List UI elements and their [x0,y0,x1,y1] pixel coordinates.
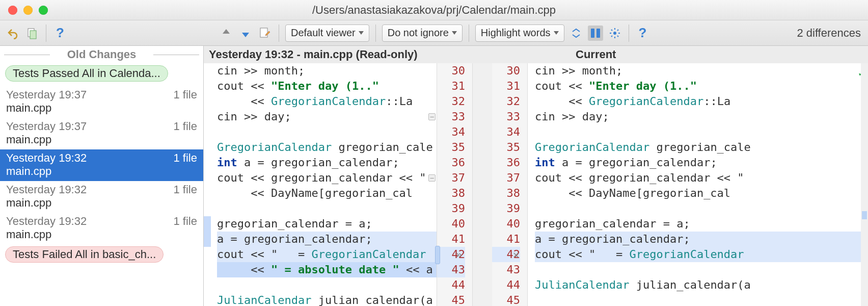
line-number: 44 [492,277,520,293]
code-line [535,262,868,277]
entry-time: Yesterday 19:32 [6,215,87,228]
code-line: gregorian_calendar = a; [217,216,437,232]
entry-filecount: 1 file [174,88,197,101]
toolbar: ? Default viewer Do not ignore Highlight… [0,20,868,46]
line-number: 39 [437,201,465,216]
line-number: 45 [437,293,465,306]
code-line: cout << "Enter day (1.." [217,79,437,94]
code-line: cout << gregorian_calendar << " [217,170,437,186]
code-line: JulianCalendar julian_calendar(a [535,277,868,293]
entry-filecount: 1 file [174,120,197,133]
svg-rect-3 [591,29,594,38]
ignore-dropdown-label: Do not ignore [388,27,449,39]
prev-diff-icon[interactable] [219,26,234,41]
sync-scroll-icon[interactable] [588,26,603,41]
history-entry[interactable]: Yesterday 19:371 filemain.cpp [0,118,203,149]
code-line: << GregorianCalendar::La [535,94,868,109]
line-number: 31 [437,79,465,94]
entry-time: Yesterday 19:32 [6,183,87,196]
history-entry[interactable]: Yesterday 19:321 filemain.cpp [0,213,203,244]
right-gutter: 30313233343536373839404142434445 [492,63,528,306]
line-number: 37 [437,170,465,186]
line-number: 40 [437,216,465,232]
left-gutter: 30313233343536373839404142434445 [437,63,473,306]
code-line [217,201,437,216]
right-code-pane[interactable]: ✓ cin >> month;cout << "Enter day (1.." … [528,63,868,306]
help-icon[interactable]: ? [52,26,68,41]
tests-failed-pill[interactable]: Tests Failed All in basic_ch... [5,246,164,263]
tests-passed-pill[interactable]: Tests Passed All in Calenda... [5,65,168,82]
edit-source-icon[interactable] [257,26,273,41]
ignore-dropdown[interactable]: Do not ignore [382,24,463,42]
code-line: a = gregorian_calendar; [217,232,437,247]
gear-icon[interactable] [607,26,622,41]
change-handle[interactable] [435,246,440,264]
revert-icon[interactable] [5,26,20,41]
history-entry[interactable]: Yesterday 19:321 filemain.cpp [0,149,203,181]
diff-count-label: 2 differences [797,27,861,40]
left-pane-header: Yesterday 19:32 - main.cpp (Read-only) [209,48,509,61]
chevron-down-icon [452,31,457,35]
code-line: a = gregorian_calendar; [535,232,868,247]
line-number: 41 [437,232,465,247]
entry-time: Yesterday 19:32 [6,151,87,165]
line-number: 30 [437,63,465,79]
fold-handle-icon[interactable]: – [428,174,436,182]
line-number: 32 [437,94,465,109]
right-pane-header: Current [576,48,616,61]
create-patch-icon[interactable] [24,26,40,41]
help-icon[interactable]: ? [635,26,650,41]
line-number: 36 [437,155,465,170]
history-entry[interactable]: Yesterday 19:371 filemain.cpp [0,86,203,118]
code-line: << GregorianCalendar::La [217,94,437,109]
entry-filename: main.cpp [6,133,197,146]
mid-gutter [473,63,492,306]
apply-right-icon[interactable]: » [456,247,462,262]
change-marker [204,216,211,247]
history-entry[interactable]: Yesterday 19:321 filemain.cpp [0,181,203,213]
sidebar-header: Old Changes [0,46,203,63]
diff-area: Yesterday 19:32 - main.cpp (Read-only) C… [204,46,868,306]
highlight-dropdown[interactable]: Highlight words [475,24,564,42]
line-number: 40 [492,216,520,232]
line-number: 37 [492,170,520,186]
code-line: << DayName[gregorian_cal [217,186,437,201]
line-number: 35 [492,140,520,155]
code-line: JulianCalendar julian_calendar(a [217,293,437,306]
diff-body: cin >> month;cout << "Enter day (1.." <<… [204,63,868,306]
next-diff-icon[interactable] [238,26,253,41]
line-number: 33 [437,109,465,124]
code-line: gregorian_calendar = a; [535,216,868,232]
code-line: << DayName[gregorian_cal [535,186,868,201]
line-number: 45 [492,293,520,306]
line-number: 39 [492,201,520,216]
entry-time: Yesterday 19:37 [6,88,87,101]
viewer-dropdown-label: Default viewer [291,27,356,39]
collapse-unchanged-icon[interactable] [568,26,584,41]
entry-filecount: 1 file [174,215,197,228]
entry-filename: main.cpp [6,101,197,115]
left-code-pane[interactable]: cin >> month;cout << "Enter day (1.." <<… [204,63,437,306]
svg-point-5 [613,32,616,35]
viewer-dropdown[interactable]: Default viewer [285,24,369,42]
code-line: int a = gregorian_calendar; [535,155,868,170]
code-line [217,277,437,293]
line-number: 43 [492,262,520,277]
dismiss-change-icon[interactable]: ✕ [513,247,519,262]
line-number: 43 [437,262,465,277]
svg-rect-4 [596,29,600,38]
code-line: cout << " = GregorianCalendar [217,247,437,262]
chevron-down-icon [359,31,364,35]
code-line [217,124,437,140]
fold-handle-icon[interactable]: – [428,113,436,120]
code-line: cout << " = GregorianCalendar [535,247,868,262]
line-number: 35 [437,140,465,155]
code-line: cin >> day; [535,109,868,124]
micro-scroll[interactable] [861,63,868,306]
entry-filecount: 1 file [174,183,197,196]
line-number: 41 [492,232,520,247]
line-number: 31 [492,79,520,94]
code-line: cout << gregorian_calendar << " [535,170,868,186]
code-line: GregorianCalendar gregorian_cale [535,140,868,155]
line-number: 34 [492,124,520,140]
